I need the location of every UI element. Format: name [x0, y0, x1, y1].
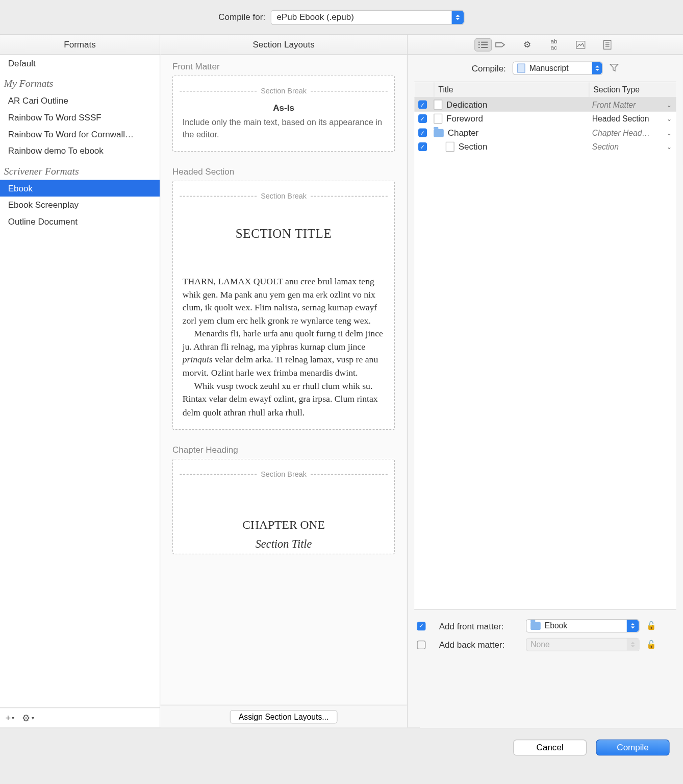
back-matter-select: None [526, 638, 640, 651]
compile-button[interactable]: Compile [596, 739, 670, 755]
preview-sub: Include only the main text, based on its… [183, 117, 385, 140]
format-item[interactable]: Ebook Screenplay [0, 197, 160, 213]
col-section-type[interactable]: Section Type [589, 82, 676, 97]
documents-header: Title Section Type [414, 82, 676, 97]
lock-icon: 🔓 [646, 640, 656, 649]
col-include[interactable] [414, 82, 434, 97]
format-item[interactable]: AR Cari Outline [0, 92, 160, 109]
main-area: Formats Default My Formats AR Cari Outli… [0, 35, 683, 727]
replace-toolbar-icon[interactable]: abac [545, 38, 563, 51]
toc-toolbar-icon[interactable] [599, 38, 616, 51]
toolbar-group [474, 38, 509, 51]
layout-headed-section[interactable]: Headed Section Section Break SECTION TIT… [172, 166, 395, 430]
format-item[interactable]: Rainbow To Word for Cornwall… [0, 126, 160, 142]
table-row[interactable]: ✓ Chapter Chapter Head…⌄ [414, 126, 676, 140]
include-checkbox[interactable]: ✓ [418, 100, 427, 109]
documents-table: Title Section Type ✓ Dedication Front Ma… [414, 82, 676, 610]
back-matter-checkbox[interactable] [417, 640, 425, 649]
row-section-type[interactable]: Front Matter⌄ [592, 100, 672, 109]
lock-icon[interactable]: 🔓 [646, 621, 656, 630]
tag-toolbar-icon[interactable] [492, 38, 509, 51]
front-matter-checkbox[interactable]: ✓ [417, 622, 425, 630]
cancel-button[interactable]: Cancel [513, 739, 587, 755]
chevron-down-icon: ⌄ [667, 143, 672, 150]
include-checkbox[interactable]: ✓ [418, 129, 427, 137]
table-row[interactable]: ✓ Dedication Front Matter⌄ [414, 97, 676, 112]
format-default[interactable]: Default [0, 55, 160, 71]
format-item[interactable]: Outline Document [0, 213, 160, 230]
layout-front-matter[interactable]: Front Matter Section Break As-Is Include… [172, 62, 395, 152]
svg-rect-6 [576, 41, 585, 48]
front-matter-label: Add front matter: [439, 621, 519, 631]
section-break: Section Break [180, 87, 387, 95]
preview-p: Menardis fli, harle urfa anu quolt furng… [183, 327, 385, 380]
format-item-ebook[interactable]: Ebook [0, 180, 160, 197]
right-toolbar: ⚙ abac [408, 35, 683, 55]
row-title: Dedication [434, 100, 592, 110]
table-row[interactable]: ✓ Section Section⌄ [414, 140, 676, 154]
format-item[interactable]: Rainbow To Word SSSF [0, 109, 160, 126]
right-panel: ⚙ abac Compile: Manuscript Title [408, 35, 683, 727]
format-item[interactable]: Rainbow demo To ebook [0, 142, 160, 159]
updown-arrows-icon [452, 10, 464, 23]
gear-toolbar-icon[interactable]: ⚙ [519, 38, 536, 51]
chevron-down-icon: ⌄ [667, 129, 672, 136]
front-matter-select[interactable]: Ebook [526, 619, 640, 632]
filter-icon[interactable] [610, 62, 619, 74]
row-section-type[interactable]: Chapter Head…⌄ [592, 128, 672, 137]
front-matter-value: Ebook [545, 621, 568, 630]
preview-title: As-Is [183, 103, 385, 113]
binder-icon [517, 63, 525, 72]
my-formats-header: My Formats [0, 71, 160, 92]
back-matter-row: Add back matter: None 🔓 [417, 635, 673, 654]
section-break-label: Section Break [261, 192, 307, 200]
section-layouts-header: Section Layouts [160, 35, 407, 55]
updown-arrows-icon [627, 639, 639, 651]
format-gear-button[interactable]: ⚙▾ [22, 713, 34, 723]
preview-title: SECTION TITLE [183, 227, 385, 241]
compile-source-select[interactable]: Manuscript [513, 62, 603, 75]
formats-body[interactable]: Default My Formats AR Cari Outline Rainb… [0, 55, 160, 707]
contents-toolbar-icon[interactable] [474, 38, 492, 51]
formats-header: Formats [0, 35, 160, 55]
compile-for-row: Compile for: ePub Ebook (.epub) [0, 0, 683, 35]
chapter-section-title: Section Title [183, 537, 385, 551]
table-row[interactable]: ✓ Foreword Headed Section⌄ [414, 112, 676, 126]
folder-icon [434, 129, 444, 137]
row-title: Section [434, 142, 592, 152]
compile-for-label: Compile for: [218, 12, 265, 22]
layout-name: Chapter Heading [172, 445, 395, 455]
row-title: Foreword [434, 114, 592, 124]
section-layouts-scroll[interactable]: Front Matter Section Break As-Is Include… [160, 55, 407, 704]
document-icon [434, 114, 442, 124]
preview-body: THARN, LAMAX QUOLT anu cree brul lamax t… [183, 275, 385, 419]
compile-for-value: ePub Ebook (.epub) [276, 12, 353, 22]
document-icon [446, 142, 454, 152]
section-layouts-panel: Section Layouts Front Matter Section Bre… [160, 35, 408, 727]
layout-chapter-heading[interactable]: Chapter Heading Section Break CHAPTER ON… [172, 445, 395, 554]
layout-name: Headed Section [172, 166, 395, 177]
updown-arrows-icon [627, 620, 639, 632]
section-layouts-footer: Assign Section Layouts... [160, 705, 407, 728]
add-format-button[interactable]: +▾ [5, 713, 14, 723]
layout-name: Front Matter [172, 62, 395, 72]
assign-section-layouts-button[interactable]: Assign Section Layouts... [230, 710, 338, 723]
section-break-label: Section Break [261, 87, 307, 95]
section-break: Section Break [180, 470, 387, 478]
include-checkbox[interactable]: ✓ [418, 114, 427, 123]
cover-toolbar-icon[interactable] [572, 38, 589, 51]
chevron-down-icon: ⌄ [667, 115, 672, 122]
bottom-row: Cancel Compile [0, 727, 683, 766]
layout-preview: Section Break CHAPTER ONE Section Title [172, 459, 395, 554]
col-title[interactable]: Title [434, 82, 589, 97]
compile-source-row: Compile: Manuscript [408, 55, 683, 81]
formats-footer: +▾ ⚙▾ [0, 707, 160, 727]
row-section-type[interactable]: Section⌄ [592, 142, 672, 151]
chevron-down-icon: ⌄ [667, 101, 672, 108]
row-section-type[interactable]: Headed Section⌄ [592, 114, 672, 123]
compile-label: Compile: [472, 63, 506, 74]
include-checkbox[interactable]: ✓ [418, 142, 427, 151]
back-matter-label: Add back matter: [439, 640, 519, 650]
preview-p: Whik vusp twock zeuhl xu er rhull clum w… [183, 379, 385, 419]
compile-for-select[interactable]: ePub Ebook (.epub) [271, 10, 465, 24]
